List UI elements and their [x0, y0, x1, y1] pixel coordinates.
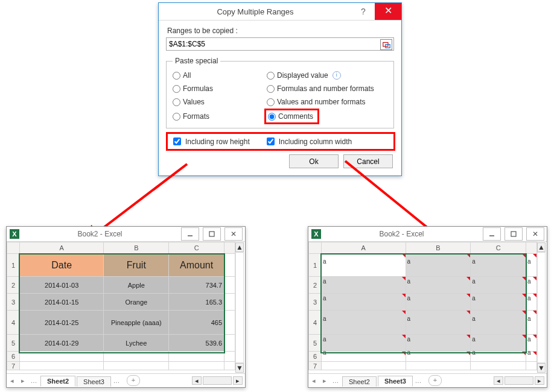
radio-formulas-input[interactable]	[173, 85, 180, 93]
tab-next[interactable]: ▸	[18, 377, 28, 385]
right-titlebar[interactable]: X Book2 - Excel ✕	[308, 227, 547, 242]
cell-C1[interactable]: a	[471, 254, 526, 277]
cell-D7[interactable]	[526, 362, 537, 370]
radio-formats[interactable]: Formats	[173, 111, 263, 122]
cell-A6[interactable]: a	[321, 352, 406, 362]
checkbox-column-width[interactable]: Including column width	[264, 136, 352, 147]
row-header-3[interactable]: 3	[309, 294, 322, 311]
cell-A7[interactable]	[321, 362, 406, 370]
select-all-corner[interactable]	[7, 242, 20, 254]
radio-formats-input[interactable]	[173, 113, 180, 121]
row-header-2[interactable]: 2	[309, 277, 322, 294]
help-button[interactable]: ?	[352, 3, 375, 20]
tab-sheet3[interactable]: Sheet3	[378, 376, 413, 387]
cell-B7[interactable]	[406, 362, 471, 370]
cell-A1[interactable]: Date	[19, 254, 104, 277]
cell-D4[interactable]: a	[526, 311, 537, 335]
hscroll-left[interactable]: ◂	[192, 376, 202, 385]
cell-A3[interactable]: 2014-01-15	[19, 294, 104, 311]
row-header-4[interactable]: 4	[7, 311, 20, 335]
cell-D1[interactable]: a	[526, 254, 537, 277]
radio-displayed-input[interactable]	[267, 72, 275, 80]
cell-A5[interactable]: a	[321, 335, 406, 352]
row-header-5[interactable]: 5	[309, 335, 322, 352]
cell-C3[interactable]: 165.3	[169, 294, 224, 311]
tab-next[interactable]: ▸	[319, 377, 330, 385]
cell-A2[interactable]: a	[321, 277, 406, 294]
vertical-scrollbar[interactable]: ▲ ▼	[235, 242, 244, 373]
cell-A4[interactable]: 2014-01-25	[19, 311, 104, 335]
row-header-6[interactable]: 6	[309, 352, 322, 362]
col-header-A[interactable]: A	[321, 242, 406, 254]
cell-B2[interactable]: a	[406, 277, 471, 294]
dialog-titlebar[interactable]: Copy Multiple Ranges ? ✕	[159, 3, 401, 21]
cell-B5[interactable]: a	[406, 335, 471, 352]
cell-B3[interactable]: a	[406, 294, 471, 311]
maximize-button[interactable]	[203, 227, 221, 241]
cell-B2[interactable]: Apple	[104, 277, 169, 294]
cell-C2[interactable]: 734.7	[169, 277, 224, 294]
cell-D6[interactable]: a	[526, 352, 537, 362]
cell-C2[interactable]: a	[471, 277, 526, 294]
row-header-1[interactable]: 1	[309, 254, 322, 277]
cell-C6[interactable]: a	[471, 352, 526, 362]
row-header-7[interactable]: 7	[309, 362, 322, 370]
hscroll-right[interactable]: ▸	[535, 376, 544, 385]
cell-C7[interactable]	[471, 362, 526, 370]
col-header-C[interactable]: C	[169, 242, 224, 254]
cell-B3[interactable]: Orange	[104, 294, 169, 311]
row-header-3[interactable]: 3	[7, 294, 20, 311]
row-header-2[interactable]: 2	[7, 277, 20, 294]
radio-vnf-input[interactable]	[267, 98, 275, 106]
cell-A4[interactable]: a	[321, 311, 406, 335]
cell-A5[interactable]: 2014-01-29	[19, 335, 104, 352]
cell-B1[interactable]: Fruit	[104, 254, 169, 277]
cell-B5[interactable]: Lychee	[104, 335, 169, 352]
cell-B6[interactable]: a	[406, 352, 471, 362]
col-header-A[interactable]: A	[19, 242, 104, 254]
range-picker-icon[interactable]	[380, 39, 392, 50]
radio-formulas[interactable]: Formulas	[173, 84, 263, 93]
row-header-7[interactable]: 7	[7, 362, 20, 370]
ok-button[interactable]: Ok	[289, 154, 339, 168]
cell-C5[interactable]: 539.6	[169, 335, 224, 352]
cell-C4[interactable]: a	[471, 311, 526, 335]
close-window-button[interactable]: ✕	[526, 227, 544, 241]
cell-D2[interactable]: a	[526, 277, 537, 294]
chk-rowh-input[interactable]	[173, 138, 181, 145]
new-sheet-button[interactable]: +	[127, 375, 140, 386]
row-header-1[interactable]: 1	[7, 254, 20, 277]
cell-C1[interactable]: Amount	[169, 254, 224, 277]
radio-comments[interactable]: Comments	[267, 111, 317, 122]
row-header-6[interactable]: 6	[7, 352, 20, 362]
cell-B4[interactable]: a	[406, 311, 471, 335]
chk-colw-input[interactable]	[267, 138, 275, 145]
right-grid[interactable]: A B C 1aaaa2aaaa3aaaa4aaaa5aaaa6aaaa7	[308, 242, 537, 370]
row-header-4[interactable]: 4	[309, 311, 322, 335]
radio-values-input[interactable]	[173, 98, 180, 106]
scroll-up-button[interactable]: ▲	[235, 242, 244, 252]
tab-sheet2[interactable]: Sheet2	[342, 376, 377, 387]
close-button[interactable]: ✕	[375, 3, 401, 20]
col-header-B[interactable]: B	[104, 242, 169, 254]
tab-prev[interactable]: ◂	[7, 377, 18, 385]
ranges-input[interactable]	[166, 37, 394, 51]
radio-comments-input[interactable]	[268, 113, 276, 121]
cell-C4[interactable]: 465	[169, 311, 224, 335]
hscroll-left[interactable]: ◂	[494, 376, 503, 385]
scroll-down-button[interactable]: ▼	[537, 363, 546, 373]
hscroll-thumb[interactable]	[203, 376, 232, 385]
scroll-down-button[interactable]: ▼	[235, 363, 244, 373]
cell-B4[interactable]: Pineapple (aaaa)	[104, 311, 169, 335]
maximize-button[interactable]	[504, 227, 523, 241]
cell-C5[interactable]: a	[471, 335, 526, 352]
checkbox-row-height[interactable]: Including row height	[171, 136, 250, 147]
cell-A2[interactable]: 2014-01-03	[19, 277, 104, 294]
info-icon[interactable]: i	[333, 71, 341, 80]
tab-sheet2[interactable]: Sheet2	[40, 376, 75, 387]
row-header-5[interactable]: 5	[7, 335, 20, 352]
tab-prev[interactable]: ◂	[308, 377, 319, 385]
col-header-B[interactable]: B	[406, 242, 471, 254]
hscroll-right[interactable]: ▸	[233, 376, 243, 385]
radio-all-input[interactable]	[173, 72, 180, 80]
